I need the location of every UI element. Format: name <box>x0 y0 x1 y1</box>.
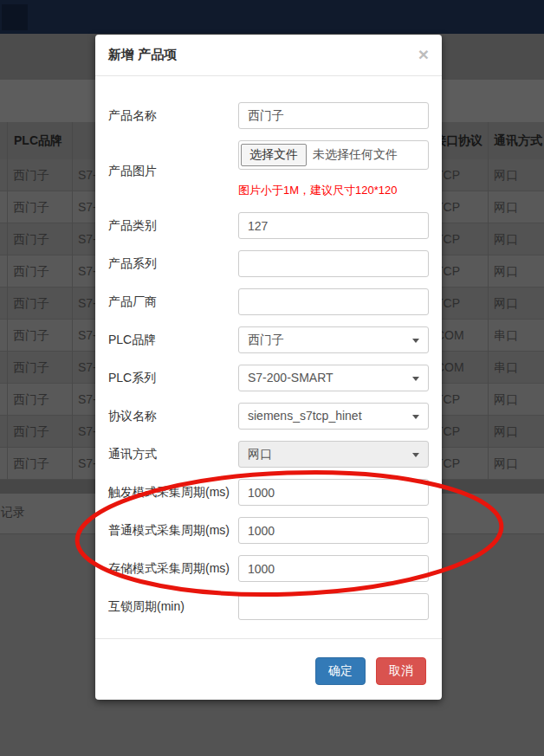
column-header-comm-mode: 通讯方式 <box>494 122 542 159</box>
chevron-down-icon <box>412 453 419 457</box>
product-category-label: 产品类别 <box>108 212 238 239</box>
product-series-group: 产品系列 <box>108 250 429 277</box>
product-vendor-input[interactable] <box>238 288 429 315</box>
table-cell: 网口 <box>494 416 518 447</box>
protocol-name-label: 协议名称 <box>108 403 238 430</box>
product-image-label: 产品图片 <box>108 140 238 201</box>
protocol-name-selected-value: siemens_s7tcp_hinet <box>248 404 362 429</box>
table-cell: 网口 <box>494 159 518 191</box>
product-vendor-label: 产品厂商 <box>108 288 238 315</box>
page: PLC品牌 接口协议 通讯方式 西门子S7-TCP网口西门子S7-TCP网口西门… <box>0 0 544 756</box>
record-count-label: 记录 <box>1 505 25 520</box>
table-cell: S7- <box>78 448 97 479</box>
chevron-down-icon <box>412 377 419 381</box>
table-cell: 西门子 <box>13 448 49 479</box>
chevron-down-icon <box>412 339 419 343</box>
column-divider <box>72 122 73 480</box>
product-category-group: 产品类别 <box>108 212 429 239</box>
plc-brand-group: PLC品牌西门子 <box>108 326 429 353</box>
table-cell: S7- <box>78 288 97 319</box>
product-name-label: 产品名称 <box>108 102 238 129</box>
plc-series-label: PLC系列 <box>108 365 238 391</box>
interlock-cycle-label: 互锁周期(min) <box>108 593 238 620</box>
table-cell: 西门子 <box>13 288 49 319</box>
file-status-text: 未选择任何文件 <box>313 147 398 163</box>
plc-brand-selected-value: 西门子 <box>248 327 284 352</box>
table-cell: 西门子 <box>13 255 49 287</box>
normal-cycle-group: 普通模式采集周期(ms) <box>108 517 429 544</box>
table-cell: 网口 <box>494 255 518 287</box>
table-cell: 网口 <box>494 288 518 319</box>
normal-cycle-input[interactable] <box>238 517 429 544</box>
comm-mode-label: 通讯方式 <box>108 441 238 468</box>
protocol-name-select[interactable]: siemens_s7tcp_hinet <box>238 403 429 430</box>
table-cell: S7- <box>78 191 97 223</box>
table-cell: 西门子 <box>13 223 49 255</box>
choose-file-button[interactable]: 选择文件 <box>241 144 307 166</box>
plc-brand-select[interactable]: 西门子 <box>238 326 429 353</box>
confirm-button[interactable]: 确定 <box>315 657 366 685</box>
trigger-cycle-label: 触发模式采集周期(ms) <box>108 479 238 506</box>
cancel-button[interactable]: 取消 <box>376 657 426 685</box>
table-cell: 网口 <box>494 448 518 479</box>
column-divider <box>488 122 489 480</box>
interlock-cycle-input[interactable] <box>238 593 429 620</box>
table-cell: 西门子 <box>13 159 49 191</box>
product-category-input[interactable] <box>238 212 429 239</box>
product-vendor-group: 产品厂商 <box>108 288 429 315</box>
modal-title: 新增 产品项 <box>108 47 177 63</box>
comm-mode-group: 通讯方式网口 <box>108 441 429 468</box>
table-cell: S7- <box>78 352 97 383</box>
column-header-plc-brand: PLC品牌 <box>14 122 62 159</box>
comm-mode-select[interactable]: 网口 <box>238 441 429 468</box>
table-cell: 网口 <box>494 191 518 223</box>
table-cell: S7- <box>78 320 97 351</box>
product-name-input[interactable] <box>238 102 429 129</box>
product-image-group: 产品图片选择文件未选择任何文件图片小于1M，建议尺寸120*120 <box>108 140 429 201</box>
interlock-cycle-group: 互锁周期(min) <box>108 593 429 620</box>
table-cell: 西门子 <box>13 320 49 351</box>
file-input-column: 选择文件未选择任何文件图片小于1M，建议尺寸120*120 <box>238 140 429 201</box>
table-cell: S7- <box>78 159 97 191</box>
table-cell: 串口 <box>494 352 518 383</box>
plc-series-group: PLC系列S7-200-SMART <box>108 365 429 391</box>
trigger-cycle-input[interactable] <box>238 479 429 506</box>
plc-brand-label: PLC品牌 <box>108 326 238 353</box>
table-cell: 西门子 <box>13 416 49 447</box>
close-icon[interactable]: × <box>417 43 431 65</box>
table-cell: S7- <box>78 255 97 287</box>
top-navbar <box>0 0 544 34</box>
table-cell: 网口 <box>494 223 518 255</box>
plc-series-select[interactable]: S7-200-SMART <box>238 365 429 391</box>
plc-series-selected-value: S7-200-SMART <box>248 365 334 391</box>
image-size-hint: 图片小于1M，建议尺寸120*120 <box>238 184 429 197</box>
chevron-down-icon <box>412 415 419 419</box>
table-cell: S7- <box>78 384 97 415</box>
normal-cycle-label: 普通模式采集周期(ms) <box>108 517 238 544</box>
modal-header: 新增 产品项 × <box>95 35 442 76</box>
storage-cycle-label: 存储模式采集周期(ms) <box>108 555 238 582</box>
modal-form: 产品名称产品图片选择文件未选择任何文件图片小于1M，建议尺寸120*120产品类… <box>95 76 442 638</box>
table-cell: 西门子 <box>13 384 49 415</box>
product-name-group: 产品名称 <box>108 102 429 129</box>
file-input[interactable]: 选择文件未选择任何文件 <box>238 140 429 170</box>
storage-cycle-group: 存储模式采集周期(ms) <box>108 555 429 582</box>
table-cell: 西门子 <box>13 352 49 383</box>
protocol-name-group: 协议名称siemens_s7tcp_hinet <box>108 403 429 430</box>
table-cell: S7- <box>78 223 97 255</box>
table-cell: 网口 <box>494 384 518 415</box>
table-cell: 西门子 <box>13 191 49 223</box>
table-cell: 串口 <box>494 320 518 351</box>
column-divider <box>7 122 8 480</box>
trigger-cycle-group: 触发模式采集周期(ms) <box>108 479 429 506</box>
storage-cycle-input[interactable] <box>238 555 429 582</box>
table-cell: S7- <box>78 416 97 447</box>
navbar-logo <box>2 4 28 30</box>
modal-footer: 确定 取消 <box>95 638 442 697</box>
product-series-input[interactable] <box>238 250 429 277</box>
comm-mode-selected-value: 网口 <box>248 442 272 467</box>
product-series-label: 产品系列 <box>108 250 238 277</box>
add-product-modal: 新增 产品项 × 产品名称产品图片选择文件未选择任何文件图片小于1M，建议尺寸1… <box>95 35 442 700</box>
